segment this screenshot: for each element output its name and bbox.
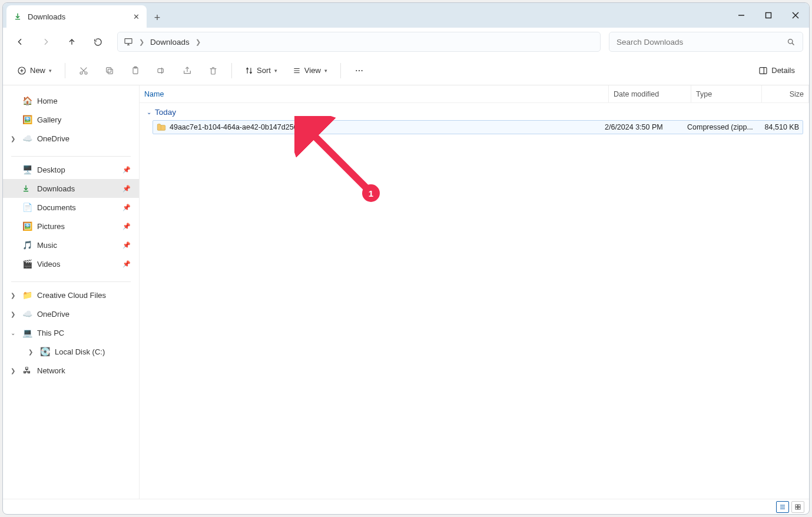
sidebar-item-label: OneDrive (37, 310, 69, 319)
sidebar-item-home[interactable]: 🏠 Home (3, 91, 139, 110)
window-controls (728, 3, 809, 28)
address-bar[interactable]: ❯ Downloads ❯ (117, 32, 601, 52)
new-button[interactable]: New ▾ (11, 61, 58, 81)
group-header[interactable]: ⌄ Today (140, 103, 809, 119)
sidebar-item-label: Music (37, 241, 57, 250)
column-name[interactable]: Name (140, 85, 609, 102)
new-button-label: New (30, 66, 45, 75)
svg-point-8 (85, 72, 87, 74)
large-icons-view-icon[interactable] (791, 501, 804, 513)
svg-point-5 (788, 39, 793, 44)
close-tab-icon[interactable]: ✕ (133, 12, 140, 21)
sidebar-item-music[interactable]: 🎵 Music 📌 (3, 236, 139, 254)
file-size: 84,510 KB (758, 123, 803, 131)
view-button[interactable]: View ▾ (287, 61, 333, 81)
sidebar-item-network[interactable]: ❯🖧 Network (3, 361, 139, 380)
toolbar-separator (65, 63, 65, 78)
chevron-right-icon[interactable]: ❯ (9, 292, 17, 299)
details-pane-button[interactable]: Details (753, 61, 801, 81)
paste-button[interactable] (124, 61, 147, 81)
chevron-right-icon[interactable]: ❯ (9, 311, 17, 317)
sidebar-item-this-pc[interactable]: ⌄💻 This PC (3, 323, 139, 342)
maximize-button[interactable] (755, 3, 782, 28)
sidebar-item-pictures[interactable]: 🖼️ Pictures 📌 (3, 217, 139, 236)
up-button[interactable] (61, 32, 83, 52)
sidebar-item-label: Gallery (37, 115, 61, 124)
chevron-right-icon[interactable]: ❯ (26, 349, 35, 355)
svg-rect-19 (796, 505, 798, 507)
monitor-icon (124, 37, 133, 47)
chevron-down-icon[interactable]: ⌄ (9, 330, 17, 336)
svg-line-18 (306, 128, 371, 193)
new-tab-button[interactable]: + (147, 12, 168, 28)
pin-icon: 📌 (122, 241, 131, 249)
chevron-down-icon: ▾ (324, 68, 327, 74)
content-area: Name Date modified Type Size ⌄ Today 49a… (140, 85, 809, 499)
videos-icon: 🎬 (22, 259, 32, 269)
chevron-right-icon[interactable]: ❯ (9, 367, 17, 374)
search-input[interactable] (617, 38, 787, 47)
forward-button[interactable] (35, 32, 57, 52)
column-date[interactable]: Date modified (609, 85, 691, 102)
chevron-right-icon[interactable]: ❯ (9, 135, 17, 142)
refresh-button[interactable] (87, 32, 109, 52)
chevron-right-icon[interactable]: ❯ (195, 38, 201, 46)
pin-icon: 📌 (122, 204, 131, 211)
minimize-button[interactable] (728, 3, 755, 28)
annotation-badge: 1 (362, 184, 380, 202)
chevron-down-icon: ⌄ (147, 109, 151, 115)
column-headers: Name Date modified Type Size (140, 85, 809, 103)
sidebar-item-onedrive[interactable]: ❯☁️ OneDrive (3, 129, 139, 148)
svg-point-16 (361, 69, 362, 71)
pin-icon: 📌 (122, 166, 131, 174)
details-view-icon[interactable] (776, 501, 789, 513)
toolbar-separator (340, 63, 341, 78)
svg-rect-13 (158, 68, 163, 72)
sidebar-item-downloads[interactable]: Downloads 📌 (3, 179, 139, 198)
music-icon: 🎵 (22, 240, 32, 250)
sidebar-item-onedrive2[interactable]: ❯☁️ OneDrive (3, 304, 139, 323)
svg-point-7 (80, 72, 82, 74)
file-row[interactable]: 49aac7e1-b104-464a-ae42-0b147d2569a2.zip… (153, 120, 803, 134)
breadcrumb-location[interactable]: Downloads (150, 38, 190, 47)
more-button[interactable] (348, 61, 370, 81)
view-button-label: View (304, 66, 321, 75)
rename-button[interactable] (150, 61, 173, 81)
sidebar-item-desktop[interactable]: 🖥️ Desktop 📌 (3, 160, 139, 179)
gallery-icon: 🖼️ (22, 115, 32, 124)
file-name: 49aac7e1-b104-464a-ae42-0b147d2569a2.zip (170, 123, 322, 131)
back-button[interactable] (9, 32, 31, 52)
sidebar-item-local-disk[interactable]: ❯💽 Local Disk (C:) (3, 342, 139, 361)
tab-downloads[interactable]: Downloads ✕ (6, 5, 147, 28)
sidebar-item-label: Pictures (37, 222, 65, 231)
delete-button[interactable] (202, 61, 224, 81)
sidebar-item-label: Creative Cloud Files (37, 291, 106, 300)
disk-icon: 💽 (39, 347, 50, 356)
column-size[interactable]: Size (762, 85, 809, 102)
body: 🏠 Home 🖼️ Gallery ❯☁️ OneDrive 🖥️ Deskto… (3, 85, 809, 499)
search-icon (787, 38, 796, 47)
titlebar: Downloads ✕ + (3, 3, 809, 28)
search-box[interactable] (609, 32, 803, 52)
chevron-right-icon: ❯ (139, 38, 144, 46)
sidebar-item-label: Videos (37, 260, 61, 269)
zip-file-icon (157, 123, 166, 131)
column-type[interactable]: Type (691, 85, 762, 102)
toolbar: New ▾ Sort ▾ View ▾ (3, 56, 809, 85)
sidebar-item-videos[interactable]: 🎬 Videos 📌 (3, 254, 139, 273)
toolbar-separator (231, 63, 232, 78)
sidebar-item-label: OneDrive (37, 134, 69, 143)
sidebar-item-documents[interactable]: 📄 Documents 📌 (3, 198, 139, 217)
cut-button[interactable] (72, 61, 95, 81)
copy-button[interactable] (98, 61, 121, 81)
sort-button[interactable]: Sort ▾ (239, 61, 283, 81)
share-button[interactable] (176, 61, 198, 81)
sidebar: 🏠 Home 🖼️ Gallery ❯☁️ OneDrive 🖥️ Deskto… (3, 85, 140, 499)
close-window-button[interactable] (782, 3, 809, 28)
pc-icon: 💻 (22, 328, 32, 337)
status-bar (3, 499, 809, 514)
svg-rect-22 (798, 507, 801, 509)
sidebar-item-label: Network (37, 366, 65, 375)
sidebar-item-creative-cloud[interactable]: ❯📁 Creative Cloud Files (3, 286, 139, 304)
sidebar-item-gallery[interactable]: 🖼️ Gallery (3, 110, 139, 129)
